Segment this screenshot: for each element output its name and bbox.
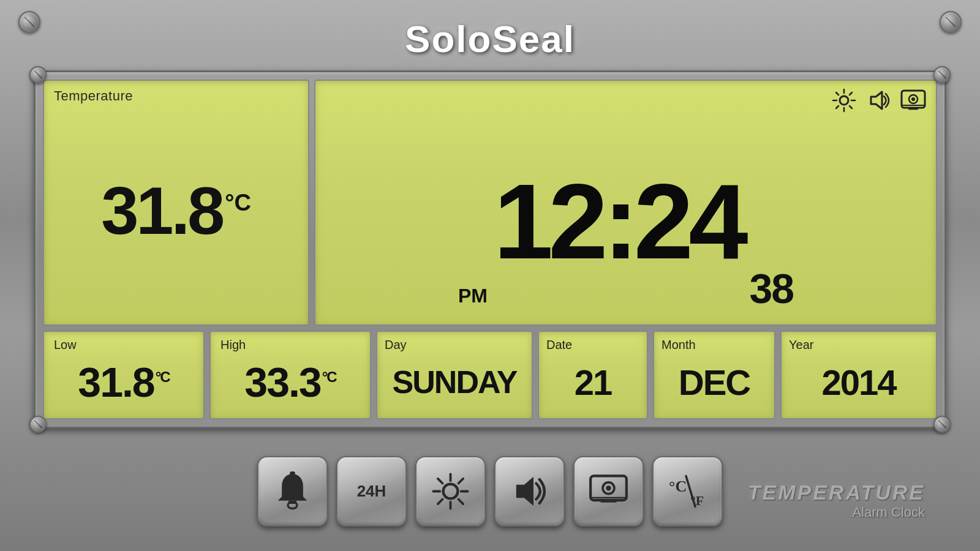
app-brand: TEMPERATURE Alarm Clock	[748, 481, 925, 520]
speaker-icon	[510, 471, 549, 511]
alarm-button[interactable]	[257, 456, 328, 527]
low-temp-label: Low	[54, 338, 194, 352]
temperature-main-cell: Temperature 31.8°C	[43, 80, 309, 326]
svg-line-25	[459, 479, 464, 484]
svg-point-18	[443, 484, 458, 499]
svg-line-7	[850, 92, 852, 95]
temperature-main-value: 31.8°C	[101, 177, 251, 244]
svg-point-30	[606, 485, 611, 490]
temperature-low-cell: Low 31.8°C	[43, 331, 205, 419]
clock-display: PM 12:24 38	[325, 122, 926, 320]
brand-temperature-text: TEMPERATURE	[748, 481, 925, 504]
brand-alarm-text: Alarm Clock	[748, 504, 925, 520]
svg-line-5	[836, 92, 839, 95]
display-button[interactable]	[573, 456, 644, 527]
brightness-button[interactable]	[415, 456, 486, 527]
low-temp-value: 31.8°C	[78, 358, 169, 406]
display-status-icon	[900, 88, 926, 118]
temperature-label: Temperature	[54, 88, 298, 104]
screw-top-left	[18, 11, 40, 33]
day-value: SUNDAY	[393, 364, 517, 400]
month-cell: Month DEC	[653, 331, 775, 419]
svg-point-12	[911, 97, 915, 101]
temp-unit-icon: °C °F	[668, 471, 707, 511]
main-panel: Temperature 31.8°C	[34, 70, 946, 429]
clock-cell: PM 12:24 38	[314, 80, 937, 326]
high-temp-label: High	[221, 338, 360, 352]
svg-line-26	[438, 500, 443, 504]
svg-text:°F: °F	[690, 493, 704, 508]
svg-line-8	[836, 106, 839, 108]
svg-point-0	[840, 96, 848, 105]
year-value: 2014	[821, 362, 895, 403]
panel-screw-bl	[29, 416, 47, 433]
svg-marker-9	[871, 92, 882, 109]
day-label: Day	[385, 338, 524, 352]
month-value: DEC	[679, 362, 750, 403]
panel-screw-tl	[29, 66, 47, 83]
date-value: 21	[575, 362, 612, 403]
day-cell: Day SUNDAY	[376, 331, 533, 419]
screen-icon	[589, 471, 628, 511]
clock-seconds: 38	[749, 264, 793, 320]
clock-icons-area	[325, 86, 926, 122]
svg-rect-17	[290, 471, 295, 476]
24h-icon: 24H	[357, 482, 386, 501]
year-cell: Year 2014	[780, 331, 937, 419]
svg-line-6	[850, 106, 852, 108]
svg-marker-27	[516, 477, 533, 506]
date-label: Date	[546, 338, 639, 352]
month-label: Month	[662, 338, 767, 352]
24h-button[interactable]: 24H	[336, 456, 407, 527]
temp-unit-button[interactable]: °C °F	[652, 456, 723, 527]
brightness-status-icon	[832, 88, 856, 118]
bell-icon	[273, 471, 312, 511]
svg-line-23	[438, 479, 443, 484]
panel-screw-br	[933, 416, 951, 433]
temperature-high-cell: High 33.3°C	[209, 331, 371, 419]
app-title: SoloSeal	[405, 17, 575, 61]
year-label: Year	[789, 338, 929, 352]
brightness-icon	[431, 471, 470, 511]
high-temp-value: 33.3°C	[244, 358, 336, 406]
sound-button[interactable]	[494, 456, 565, 527]
clock-time: 12:24	[494, 168, 744, 275]
date-cell: Date 21	[538, 331, 648, 419]
svg-point-16	[288, 502, 297, 509]
clock-period: PM	[458, 285, 488, 320]
screw-top-right	[940, 11, 962, 33]
sound-status-icon	[866, 88, 891, 118]
svg-text:°C: °C	[669, 478, 687, 495]
svg-line-24	[459, 500, 464, 504]
panel-screw-tr	[933, 66, 951, 83]
